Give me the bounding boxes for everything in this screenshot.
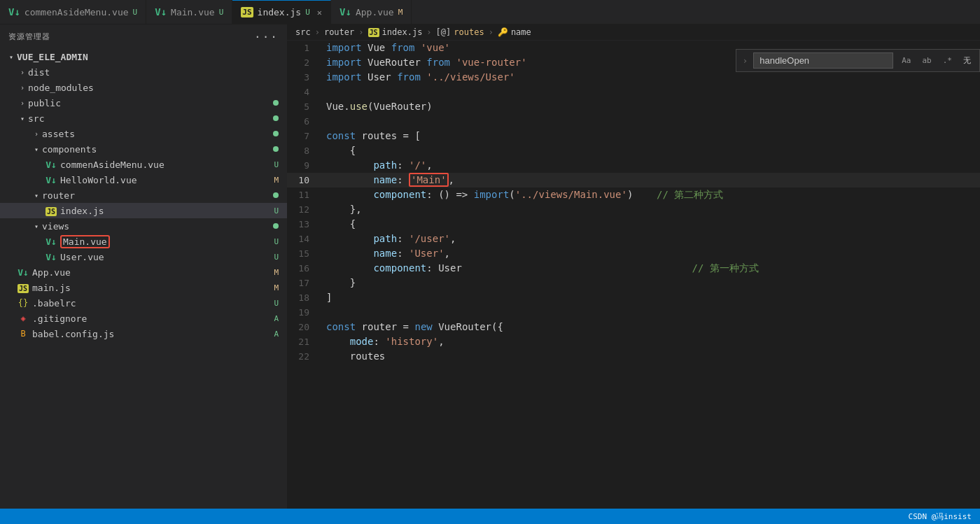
breadcrumb-router: router bbox=[324, 27, 354, 37]
file-label: HelloWorld.vue bbox=[60, 175, 274, 185]
sidebar-item-src[interactable]: ▾ src bbox=[0, 111, 287, 126]
sidebar-item-helloworld[interactable]: V↓ HelloWorld.vue M bbox=[0, 172, 287, 187]
folder-label: src bbox=[28, 113, 273, 124]
folder-label: dist bbox=[28, 67, 287, 78]
breadcrumb-src: src bbox=[295, 27, 311, 37]
line-content bbox=[321, 305, 980, 320]
line-content bbox=[321, 85, 980, 99]
tab-label: commenAsideMenu.vue bbox=[24, 7, 129, 17]
code-line-9: 9 path: '/', bbox=[287, 158, 980, 173]
sidebar-item-views[interactable]: ▾ views bbox=[0, 218, 287, 234]
line-number: 4 bbox=[287, 85, 321, 99]
code-line-7: 7 const routes = [ bbox=[287, 129, 980, 143]
chevron-down-icon: ▾ bbox=[6, 53, 17, 61]
line-number: 5 bbox=[287, 99, 321, 114]
search-expand-icon[interactable]: › bbox=[742, 55, 748, 66]
folder-label: node_modules bbox=[28, 83, 287, 93]
breadcrumb-route-icon: [@] bbox=[436, 27, 451, 37]
file-label: commenAsideMenu.vue bbox=[60, 160, 274, 170]
status-text: CSDN @冯insist bbox=[909, 511, 972, 522]
sidebar-item-public[interactable]: › public bbox=[0, 95, 287, 111]
sidebar-item-user-vue[interactable]: V↓ User.vue U bbox=[0, 249, 287, 264]
sidebar-item-app-vue[interactable]: V↓ App.vue M bbox=[0, 264, 287, 280]
line-content: component: () => import('../views/Main.v… bbox=[321, 187, 980, 202]
code-line-17: 17 } bbox=[287, 276, 980, 290]
line-number: 16 bbox=[287, 261, 321, 276]
sidebar-item-main-vue[interactable]: V↓ Main.vue U bbox=[0, 234, 287, 249]
search-input[interactable] bbox=[753, 52, 893, 69]
sidebar-tree: ▾ VUE_ELE_ADMIN › dist › node_modules › … bbox=[0, 49, 287, 509]
status-bar: CSDN @冯insist bbox=[0, 509, 980, 524]
chevron-right-icon: › bbox=[17, 84, 28, 92]
sidebar-item-dist[interactable]: › dist bbox=[0, 64, 287, 80]
breadcrumb-sep: › bbox=[358, 27, 363, 37]
search-extra-option[interactable]: 无 bbox=[960, 54, 974, 67]
search-word-option[interactable]: ab bbox=[920, 55, 934, 66]
file-badge: U bbox=[274, 237, 279, 246]
tab-label: index.js bbox=[258, 7, 302, 17]
line-content bbox=[321, 114, 980, 129]
search-regex-option[interactable]: .* bbox=[940, 55, 955, 66]
line-number: 20 bbox=[287, 320, 321, 334]
sidebar-item-index-js[interactable]: JS index.js U bbox=[0, 203, 287, 218]
line-number: 11 bbox=[287, 187, 321, 202]
sidebar: 资源管理器 ··· ▾ VUE_ELE_ADMIN › dist › node_… bbox=[0, 24, 287, 509]
folder-label: public bbox=[28, 98, 273, 108]
tab-index-js[interactable]: JS index.js U ✕ bbox=[232, 0, 331, 24]
code-editor[interactable]: 1 import Vue from 'vue' 2 import VueRout… bbox=[287, 41, 980, 509]
sidebar-item-main-js[interactable]: JS main.js M bbox=[0, 280, 287, 295]
file-label: main.js bbox=[32, 283, 274, 293]
line-content: }, bbox=[321, 202, 980, 217]
code-line-18: 18 ] bbox=[287, 290, 980, 305]
sidebar-more-button[interactable]: ··· bbox=[254, 30, 279, 43]
line-number: 15 bbox=[287, 246, 321, 261]
tab-close-button[interactable]: ✕ bbox=[317, 8, 322, 17]
line-number: 19 bbox=[287, 305, 321, 320]
sidebar-item-node-modules[interactable]: › node_modules bbox=[0, 80, 287, 95]
sidebar-item-babelrc[interactable]: {} .babelrc U bbox=[0, 295, 287, 311]
line-content: ] bbox=[321, 290, 980, 305]
tab-app-vue[interactable]: V↓ App.vue M bbox=[331, 0, 412, 24]
file-label: .gitignore bbox=[32, 313, 274, 324]
sidebar-item-root[interactable]: ▾ VUE_ELE_ADMIN bbox=[0, 49, 287, 64]
tab-badge: U bbox=[305, 8, 310, 17]
modified-dot bbox=[273, 192, 279, 198]
js-file-icon: JS bbox=[17, 283, 29, 293]
sidebar-item-gitignore[interactable]: ◈ .gitignore A bbox=[0, 311, 287, 326]
sidebar-item-assets[interactable]: › assets bbox=[0, 126, 287, 141]
search-case-option[interactable]: Aa bbox=[899, 55, 913, 66]
sidebar-item-router[interactable]: ▾ router bbox=[0, 187, 287, 203]
breadcrumb: src › router › JS index.js › [@] routes … bbox=[287, 24, 980, 41]
sidebar-item-components[interactable]: ▾ components bbox=[0, 141, 287, 157]
code-line-20: 20 const router = new VueRouter({ bbox=[287, 320, 980, 334]
tab-commenAsideMenu[interactable]: V↓ commenAsideMenu.vue U bbox=[0, 0, 146, 24]
breadcrumb-sep: › bbox=[315, 27, 320, 37]
code-line-3: 3 import User from '../views/User' bbox=[287, 70, 980, 85]
line-number: 7 bbox=[287, 129, 321, 143]
line-content: Vue.use(VueRouter) bbox=[321, 99, 980, 114]
breadcrumb-js-icon: JS bbox=[368, 28, 379, 37]
line-content: { bbox=[321, 217, 980, 232]
tab-main-vue[interactable]: V↓ Main.vue U bbox=[146, 0, 232, 24]
file-label: babel.config.js bbox=[32, 329, 274, 339]
json-file-icon: {} bbox=[17, 298, 29, 308]
line-content: path: '/', bbox=[321, 158, 980, 173]
vue-file-icon: V↓ bbox=[17, 267, 29, 278]
line-number: 1 bbox=[287, 41, 321, 55]
folder-label: components bbox=[42, 144, 273, 155]
sidebar-item-babel-config[interactable]: B babel.config.js A bbox=[0, 326, 287, 341]
breadcrumb-name-icon: 🔑 bbox=[498, 27, 508, 37]
vue-icon: V↓ bbox=[340, 6, 351, 17]
editor-area: › Aa ab .* 无 src › router › JS index.js … bbox=[287, 24, 980, 509]
code-line-13: 13 { bbox=[287, 217, 980, 232]
chevron-down-icon: ▾ bbox=[31, 146, 42, 153]
line-content: const router = new VueRouter({ bbox=[321, 320, 980, 334]
file-badge: U bbox=[274, 160, 279, 169]
tab-badge: M bbox=[398, 8, 403, 17]
sidebar-item-commenAsideMenu[interactable]: V↓ commenAsideMenu.vue U bbox=[0, 157, 287, 172]
file-badge: M bbox=[274, 283, 279, 292]
vue-file-icon: V↓ bbox=[45, 160, 57, 170]
file-label: App.vue bbox=[32, 267, 274, 278]
modified-dot bbox=[273, 223, 279, 229]
tab-badge: U bbox=[133, 8, 138, 17]
